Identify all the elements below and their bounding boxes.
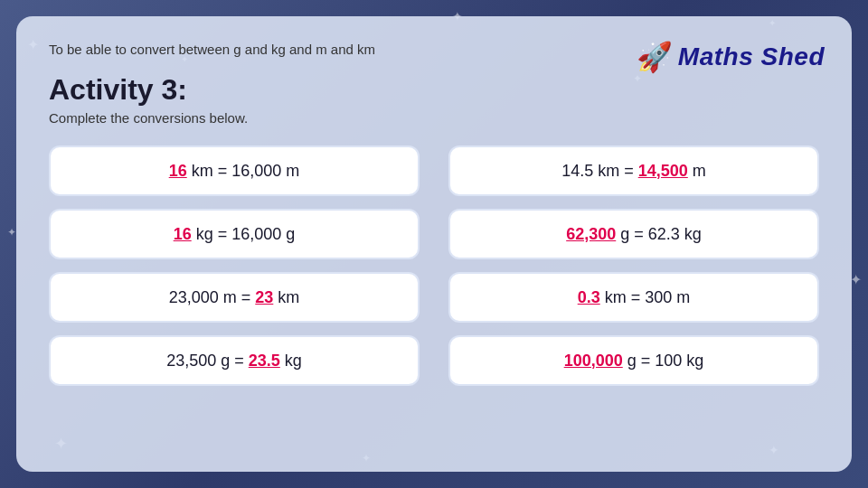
card-4-text: g = 62.3 kg — [620, 225, 702, 244]
card-2-text-a: 14.5 km = — [561, 162, 638, 181]
conversion-card-5: 23,000 m = 23 km — [49, 272, 420, 323]
highlight-8: 100,000 — [564, 352, 623, 371]
conversion-card-4: 62,300 g = 62.3 kg — [448, 209, 819, 259]
instruction-text: Complete the conversions below. — [49, 110, 819, 126]
conversion-card-7: 23,500 g = 23.5 kg — [49, 335, 420, 386]
card-8-text: g = 100 kg — [627, 352, 704, 371]
highlight-2: 14,500 — [638, 162, 688, 181]
conversion-card-8: 100,000 g = 100 kg — [448, 335, 819, 386]
rocket-icon: 🚀 — [637, 40, 673, 74]
highlight-1: 16 — [169, 162, 187, 181]
card-6-text: km = 300 m — [605, 288, 691, 307]
card-7-text-a: 23,500 g = — [166, 352, 249, 371]
card-7-text-b: kg — [285, 352, 302, 371]
logo-area: 🚀 Maths Shed — [637, 40, 825, 74]
highlight-7: 23.5 — [249, 352, 280, 371]
highlight-6: 0.3 — [578, 288, 600, 307]
conversion-card-1: 16 km = 16,000 m — [49, 145, 420, 196]
card-5-text-a: 23,000 m = — [169, 288, 256, 307]
conversions-grid: 16 km = 16,000 m 14.5 km = 14,500 m 16 k… — [49, 145, 819, 386]
highlight-4: 62,300 — [566, 225, 616, 244]
logo-text: Maths Shed — [678, 42, 825, 71]
card-1-text: km = 16,000 m — [192, 162, 300, 181]
conversion-card-2: 14.5 km = 14,500 m — [448, 145, 819, 196]
conversion-card-6: 0.3 km = 300 m — [448, 272, 819, 323]
conversion-card-3: 16 kg = 16,000 g — [49, 209, 420, 259]
highlight-3: 16 — [174, 225, 192, 244]
activity-title: Activity 3: — [49, 73, 819, 107]
highlight-5: 23 — [255, 288, 273, 307]
card-3-text: kg = 16,000 g — [196, 225, 296, 244]
content-panel: 🚀 Maths Shed To be able to convert betwe… — [16, 16, 852, 472]
card-2-text-b: m — [693, 162, 706, 181]
card-5-text-b: km — [278, 288, 299, 307]
